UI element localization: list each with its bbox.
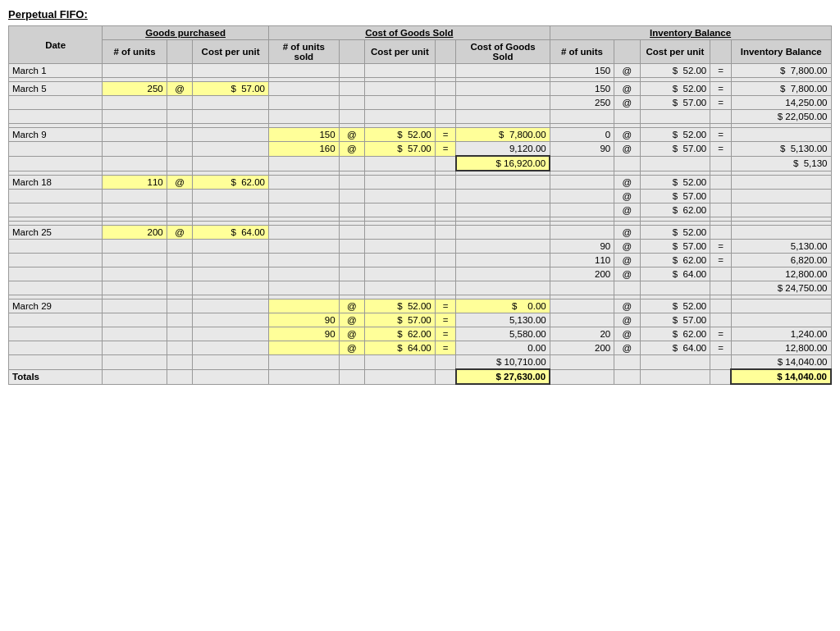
table-row: @ $ 57.00 xyxy=(9,190,832,203)
date-march25: March 25 xyxy=(9,226,103,240)
table-row: 110 @ $ 62.00 = 6,820.00 xyxy=(9,254,832,267)
table-row: March 18 110 @ $ 62.00 @ $ 52.00 xyxy=(9,176,832,190)
table-row: March 25 200 @ $ 64.00 @ $ 52.00 xyxy=(9,226,832,240)
table-row: 90 @ $ 62.00 = 5,580.00 20 @ $ 62.00 = 1… xyxy=(9,327,832,341)
date-march1: March 1 xyxy=(9,64,103,78)
table-row: $ 24,750.00 xyxy=(9,281,832,295)
table-row: 90 @ $ 57.00 = 5,130.00 @ $ 57.00 xyxy=(9,313,832,327)
table-row: 250 @ $ 57.00 = 14,250.00 xyxy=(9,96,832,110)
table-row: March 9 150 @ $ 52.00 = $ 7,800.00 0 @ $… xyxy=(9,128,832,142)
table-row: March 29 @ $ 52.00 = $ 0.00 @ $ 52.00 xyxy=(9,299,832,313)
table-row: @ $ 62.00 xyxy=(9,203,832,217)
table-row: 200 @ $ 64.00 12,800.00 xyxy=(9,267,832,281)
col-inv-units: # of units xyxy=(550,40,614,64)
table-row: March 1 150 @ $ 52.00 = $ 7,800.00 xyxy=(9,64,832,78)
col-gp-units: # of units xyxy=(103,40,167,64)
col-cogs-units: # of units sold xyxy=(268,40,339,64)
totals-cogs: $ 27,630.00 xyxy=(456,369,550,384)
header-gp: Goods purchased xyxy=(103,26,269,40)
table-row: $ 22,050.00 xyxy=(9,110,832,124)
table-row: March 5 250 @ $ 57.00 150 @ $ 52.00 = $ … xyxy=(9,82,832,96)
date-march18: March 18 xyxy=(9,176,103,190)
col-cogs-eq-sym xyxy=(435,40,456,64)
totals-row: Totals $ 27,630.00 $ 14,040.00 xyxy=(9,369,832,384)
page-title: Perpetual FIFO: xyxy=(8,8,832,21)
col-cogs-cpu: Cost per unit xyxy=(365,40,436,64)
date-march9: March 9 xyxy=(9,128,103,142)
perpetual-fifo-table: Date Goods purchased Cost of Goods Sold … xyxy=(8,25,832,385)
col-gp-cpu: Cost per unit xyxy=(193,40,269,64)
col-cogs-total: Cost of Goods Sold xyxy=(456,40,550,64)
col-inv-eq-sym xyxy=(710,40,732,64)
table-row: $ 10,710.00 $ 14,040.00 xyxy=(9,355,832,370)
header-cogs: Cost of Goods Sold xyxy=(268,26,550,40)
table-row: 90 @ $ 57.00 = 5,130.00 xyxy=(9,240,832,254)
header-inv: Inventory Balance xyxy=(550,26,831,40)
date-march5: March 5 xyxy=(9,82,103,96)
col-date: Date xyxy=(9,26,103,64)
col-inv-at-sym xyxy=(614,40,640,64)
table-row: @ $ 64.00 = 0.00 200 @ $ 64.00 = 12,800.… xyxy=(9,341,832,355)
table-row: $ 16,920.00 $ 5,130 xyxy=(9,156,832,171)
date-march29: March 29 xyxy=(9,299,103,313)
col-inv-bal: Inventory Balance xyxy=(731,40,831,64)
col-gp-at-sym xyxy=(167,40,192,64)
col-cogs-at-sym xyxy=(339,40,364,64)
totals-inv: $ 14,040.00 xyxy=(731,369,831,384)
col-inv-cpu: Cost per unit xyxy=(640,40,710,64)
table-row: 160 @ $ 57.00 = 9,120.00 90 @ $ 57.00 = … xyxy=(9,142,832,157)
header-row-1: Date Goods purchased Cost of Goods Sold … xyxy=(9,26,832,40)
totals-label: Totals xyxy=(9,369,103,384)
header-row-2: # of units Cost per unit # of units sold… xyxy=(9,40,832,64)
